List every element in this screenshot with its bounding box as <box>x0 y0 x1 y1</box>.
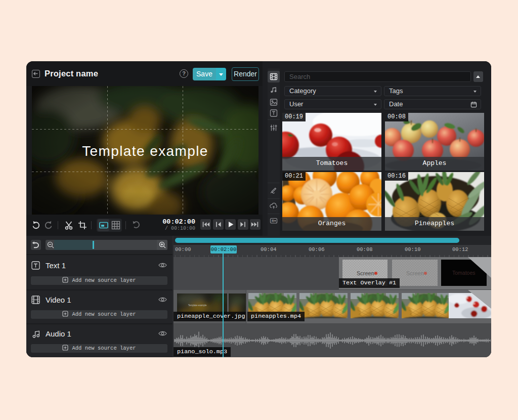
svg-text:Template example: Template example <box>188 304 207 307</box>
svg-text:Screen: Screen <box>406 270 424 276</box>
svg-text:Tem: Tem <box>231 305 235 307</box>
svg-text:R: R <box>272 219 274 223</box>
svg-text:Screen: Screen <box>357 270 374 276</box>
